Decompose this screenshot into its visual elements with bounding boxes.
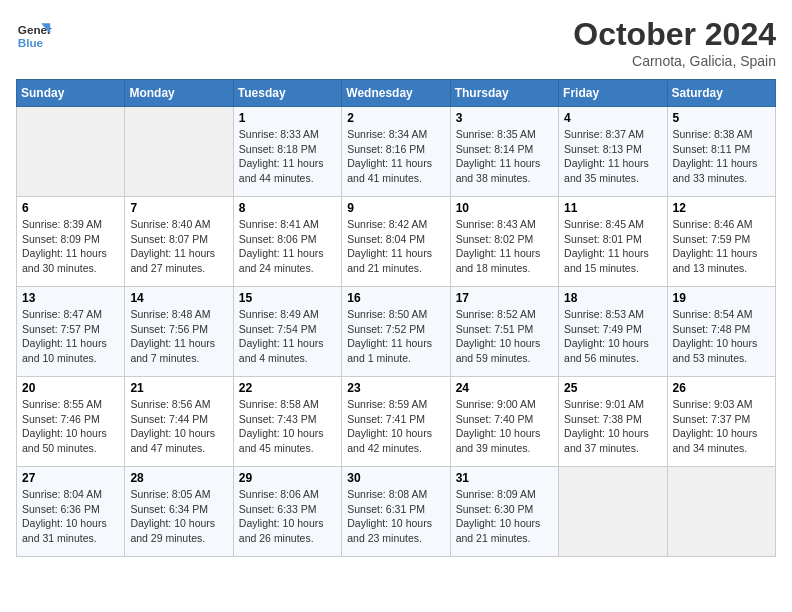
weekday-header-sunday: Sunday bbox=[17, 80, 125, 107]
location: Carnota, Galicia, Spain bbox=[573, 53, 776, 69]
day-number: 6 bbox=[22, 201, 119, 215]
calendar-cell: 15Sunrise: 8:49 AM Sunset: 7:54 PM Dayli… bbox=[233, 287, 341, 377]
calendar-cell: 4Sunrise: 8:37 AM Sunset: 8:13 PM Daylig… bbox=[559, 107, 667, 197]
weekday-header-tuesday: Tuesday bbox=[233, 80, 341, 107]
day-number: 25 bbox=[564, 381, 661, 395]
day-info: Sunrise: 8:06 AM Sunset: 6:33 PM Dayligh… bbox=[239, 487, 336, 546]
day-info: Sunrise: 8:04 AM Sunset: 6:36 PM Dayligh… bbox=[22, 487, 119, 546]
day-number: 7 bbox=[130, 201, 227, 215]
calendar-cell: 22Sunrise: 8:58 AM Sunset: 7:43 PM Dayli… bbox=[233, 377, 341, 467]
calendar-cell: 21Sunrise: 8:56 AM Sunset: 7:44 PM Dayli… bbox=[125, 377, 233, 467]
day-info: Sunrise: 8:38 AM Sunset: 8:11 PM Dayligh… bbox=[673, 127, 770, 186]
logo-icon: General Blue bbox=[16, 16, 52, 52]
day-info: Sunrise: 9:00 AM Sunset: 7:40 PM Dayligh… bbox=[456, 397, 553, 456]
day-info: Sunrise: 8:05 AM Sunset: 6:34 PM Dayligh… bbox=[130, 487, 227, 546]
calendar-cell: 12Sunrise: 8:46 AM Sunset: 7:59 PM Dayli… bbox=[667, 197, 775, 287]
day-info: Sunrise: 8:50 AM Sunset: 7:52 PM Dayligh… bbox=[347, 307, 444, 366]
calendar-cell bbox=[667, 467, 775, 557]
calendar-cell: 13Sunrise: 8:47 AM Sunset: 7:57 PM Dayli… bbox=[17, 287, 125, 377]
weekday-header-monday: Monday bbox=[125, 80, 233, 107]
day-info: Sunrise: 8:52 AM Sunset: 7:51 PM Dayligh… bbox=[456, 307, 553, 366]
calendar-cell: 17Sunrise: 8:52 AM Sunset: 7:51 PM Dayli… bbox=[450, 287, 558, 377]
calendar-cell: 25Sunrise: 9:01 AM Sunset: 7:38 PM Dayli… bbox=[559, 377, 667, 467]
day-number: 15 bbox=[239, 291, 336, 305]
day-info: Sunrise: 9:03 AM Sunset: 7:37 PM Dayligh… bbox=[673, 397, 770, 456]
day-number: 29 bbox=[239, 471, 336, 485]
day-number: 18 bbox=[564, 291, 661, 305]
day-info: Sunrise: 8:34 AM Sunset: 8:16 PM Dayligh… bbox=[347, 127, 444, 186]
calendar-cell: 26Sunrise: 9:03 AM Sunset: 7:37 PM Dayli… bbox=[667, 377, 775, 467]
day-number: 22 bbox=[239, 381, 336, 395]
day-number: 31 bbox=[456, 471, 553, 485]
day-info: Sunrise: 8:55 AM Sunset: 7:46 PM Dayligh… bbox=[22, 397, 119, 456]
calendar-cell: 28Sunrise: 8:05 AM Sunset: 6:34 PM Dayli… bbox=[125, 467, 233, 557]
day-info: Sunrise: 8:54 AM Sunset: 7:48 PM Dayligh… bbox=[673, 307, 770, 366]
weekday-header-wednesday: Wednesday bbox=[342, 80, 450, 107]
day-info: Sunrise: 8:35 AM Sunset: 8:14 PM Dayligh… bbox=[456, 127, 553, 186]
day-info: Sunrise: 8:42 AM Sunset: 8:04 PM Dayligh… bbox=[347, 217, 444, 276]
day-number: 28 bbox=[130, 471, 227, 485]
day-number: 9 bbox=[347, 201, 444, 215]
calendar-week-row: 1Sunrise: 8:33 AM Sunset: 8:18 PM Daylig… bbox=[17, 107, 776, 197]
calendar-cell: 19Sunrise: 8:54 AM Sunset: 7:48 PM Dayli… bbox=[667, 287, 775, 377]
day-number: 30 bbox=[347, 471, 444, 485]
day-info: Sunrise: 8:49 AM Sunset: 7:54 PM Dayligh… bbox=[239, 307, 336, 366]
calendar-cell: 24Sunrise: 9:00 AM Sunset: 7:40 PM Dayli… bbox=[450, 377, 558, 467]
logo: General Blue bbox=[16, 16, 52, 52]
calendar-cell bbox=[17, 107, 125, 197]
calendar-cell: 23Sunrise: 8:59 AM Sunset: 7:41 PM Dayli… bbox=[342, 377, 450, 467]
day-info: Sunrise: 8:33 AM Sunset: 8:18 PM Dayligh… bbox=[239, 127, 336, 186]
day-number: 4 bbox=[564, 111, 661, 125]
day-info: Sunrise: 8:53 AM Sunset: 7:49 PM Dayligh… bbox=[564, 307, 661, 366]
day-info: Sunrise: 8:09 AM Sunset: 6:30 PM Dayligh… bbox=[456, 487, 553, 546]
day-number: 21 bbox=[130, 381, 227, 395]
day-number: 10 bbox=[456, 201, 553, 215]
calendar-week-row: 27Sunrise: 8:04 AM Sunset: 6:36 PM Dayli… bbox=[17, 467, 776, 557]
calendar-cell: 16Sunrise: 8:50 AM Sunset: 7:52 PM Dayli… bbox=[342, 287, 450, 377]
day-number: 2 bbox=[347, 111, 444, 125]
day-number: 27 bbox=[22, 471, 119, 485]
calendar-cell: 5Sunrise: 8:38 AM Sunset: 8:11 PM Daylig… bbox=[667, 107, 775, 197]
calendar-cell: 2Sunrise: 8:34 AM Sunset: 8:16 PM Daylig… bbox=[342, 107, 450, 197]
calendar-cell bbox=[559, 467, 667, 557]
day-info: Sunrise: 8:45 AM Sunset: 8:01 PM Dayligh… bbox=[564, 217, 661, 276]
calendar-table: SundayMondayTuesdayWednesdayThursdayFrid… bbox=[16, 79, 776, 557]
day-number: 14 bbox=[130, 291, 227, 305]
day-info: Sunrise: 8:59 AM Sunset: 7:41 PM Dayligh… bbox=[347, 397, 444, 456]
day-info: Sunrise: 9:01 AM Sunset: 7:38 PM Dayligh… bbox=[564, 397, 661, 456]
calendar-cell: 30Sunrise: 8:08 AM Sunset: 6:31 PM Dayli… bbox=[342, 467, 450, 557]
calendar-cell bbox=[125, 107, 233, 197]
day-number: 5 bbox=[673, 111, 770, 125]
day-info: Sunrise: 8:41 AM Sunset: 8:06 PM Dayligh… bbox=[239, 217, 336, 276]
calendar-cell: 1Sunrise: 8:33 AM Sunset: 8:18 PM Daylig… bbox=[233, 107, 341, 197]
day-info: Sunrise: 8:48 AM Sunset: 7:56 PM Dayligh… bbox=[130, 307, 227, 366]
calendar-week-row: 13Sunrise: 8:47 AM Sunset: 7:57 PM Dayli… bbox=[17, 287, 776, 377]
weekday-header-row: SundayMondayTuesdayWednesdayThursdayFrid… bbox=[17, 80, 776, 107]
day-info: Sunrise: 8:43 AM Sunset: 8:02 PM Dayligh… bbox=[456, 217, 553, 276]
day-number: 26 bbox=[673, 381, 770, 395]
day-number: 16 bbox=[347, 291, 444, 305]
calendar-cell: 10Sunrise: 8:43 AM Sunset: 8:02 PM Dayli… bbox=[450, 197, 558, 287]
day-info: Sunrise: 8:46 AM Sunset: 7:59 PM Dayligh… bbox=[673, 217, 770, 276]
day-number: 24 bbox=[456, 381, 553, 395]
calendar-cell: 29Sunrise: 8:06 AM Sunset: 6:33 PM Dayli… bbox=[233, 467, 341, 557]
weekday-header-friday: Friday bbox=[559, 80, 667, 107]
day-info: Sunrise: 8:47 AM Sunset: 7:57 PM Dayligh… bbox=[22, 307, 119, 366]
day-info: Sunrise: 8:39 AM Sunset: 8:09 PM Dayligh… bbox=[22, 217, 119, 276]
calendar-cell: 11Sunrise: 8:45 AM Sunset: 8:01 PM Dayli… bbox=[559, 197, 667, 287]
page-header: General Blue October 2024 Carnota, Galic… bbox=[16, 16, 776, 69]
day-number: 1 bbox=[239, 111, 336, 125]
day-number: 19 bbox=[673, 291, 770, 305]
day-info: Sunrise: 8:37 AM Sunset: 8:13 PM Dayligh… bbox=[564, 127, 661, 186]
calendar-cell: 14Sunrise: 8:48 AM Sunset: 7:56 PM Dayli… bbox=[125, 287, 233, 377]
day-info: Sunrise: 8:58 AM Sunset: 7:43 PM Dayligh… bbox=[239, 397, 336, 456]
calendar-cell: 3Sunrise: 8:35 AM Sunset: 8:14 PM Daylig… bbox=[450, 107, 558, 197]
day-number: 17 bbox=[456, 291, 553, 305]
month-title: October 2024 bbox=[573, 16, 776, 53]
day-number: 3 bbox=[456, 111, 553, 125]
svg-text:Blue: Blue bbox=[18, 36, 44, 49]
calendar-cell: 8Sunrise: 8:41 AM Sunset: 8:06 PM Daylig… bbox=[233, 197, 341, 287]
day-info: Sunrise: 8:40 AM Sunset: 8:07 PM Dayligh… bbox=[130, 217, 227, 276]
calendar-cell: 18Sunrise: 8:53 AM Sunset: 7:49 PM Dayli… bbox=[559, 287, 667, 377]
calendar-cell: 31Sunrise: 8:09 AM Sunset: 6:30 PM Dayli… bbox=[450, 467, 558, 557]
